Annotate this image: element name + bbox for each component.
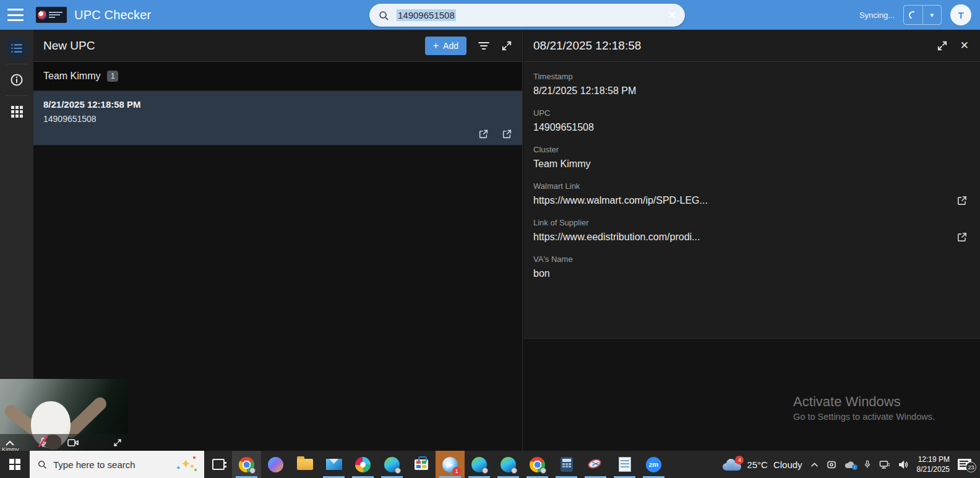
plus-icon: +: [433, 41, 439, 51]
clock-date: 8/21/2025: [917, 464, 950, 474]
sync-dropdown-button[interactable]: ▾: [922, 6, 942, 24]
info-icon: [10, 73, 24, 87]
group-header-team-kimmy[interactable]: Team Kimmy 1: [33, 62, 522, 91]
system-tray: 4 25°C Cloudy i 12:19 PM 8/21/202: [723, 451, 980, 478]
windows-taskbar: Type here to search ✦✦✦ 1 ✂ zm 4 25°C Cl…: [0, 451, 980, 478]
tray-microphone-icon[interactable]: [864, 459, 871, 469]
item-timestamp: 8/21/2025 12:18:58 PM: [43, 99, 512, 110]
taskbar-search-placeholder: Type here to search: [53, 459, 135, 470]
webcam-chevron-up-icon[interactable]: [5, 439, 15, 446]
video-camera-icon[interactable]: [67, 438, 79, 447]
field-cluster: Cluster Team Kimmy: [533, 145, 970, 170]
taskbar-mail[interactable]: [319, 451, 348, 478]
calculator-icon: [561, 457, 573, 472]
field-timestamp: Timestamp 8/21/2025 12:18:58 PM: [533, 72, 970, 97]
app-top-bar: UPC Checker 14909651508 ✕ Syncing... ▾ T: [0, 0, 980, 30]
taskbar-edge-3[interactable]: [494, 451, 523, 478]
item-upc: 14909651508: [43, 114, 512, 124]
item-open-link-icon-2[interactable]: [502, 129, 512, 139]
group-count-badge: 1: [107, 71, 118, 82]
weather-condition: Cloudy: [773, 459, 802, 470]
detail-fields: Timestamp 8/21/2025 12:18:58 PM UPC 1490…: [523, 62, 980, 339]
taskbar-zoom[interactable]: zm: [639, 451, 668, 478]
taskbar-copilot[interactable]: [261, 451, 290, 478]
taskbar-search[interactable]: Type here to search ✦✦✦: [30, 451, 204, 478]
global-search-input[interactable]: 14909651508 ✕: [369, 4, 685, 27]
rail-divider: [6, 95, 27, 96]
user-avatar[interactable]: T: [950, 4, 971, 25]
sidebar-item-apps[interactable]: [0, 98, 33, 125]
slack-icon: [355, 457, 371, 472]
taskbar-clock[interactable]: 12:19 PM 8/21/2025: [917, 454, 950, 474]
sync-split-button[interactable]: ▾: [903, 5, 942, 25]
app-notification-badge: 1: [452, 467, 461, 476]
tray-capture-icon[interactable]: [827, 460, 836, 469]
field-walmart-link: Walmart Link https://www.walmart.com/ip/…: [533, 181, 970, 206]
webcam-preview-window[interactable]: Kimmy: [0, 379, 128, 451]
record-detail-panel: 08/21/2025 12:18:58 ✕ Timestamp 8/21/202…: [523, 30, 980, 451]
notification-count-badge: 23: [966, 462, 976, 472]
snipping-tool-icon: ✂: [588, 457, 604, 472]
taskbar-slack[interactable]: [348, 451, 377, 478]
taskbar-edge-1[interactable]: [377, 451, 406, 478]
weather-cloud-icon: 4: [723, 459, 741, 471]
mic-muted-icon[interactable]: [38, 437, 48, 448]
task-view-button[interactable]: [204, 451, 232, 478]
copilot-sparkle-icon: ✦✦✦: [176, 455, 197, 474]
taskbar-edge-2[interactable]: [465, 451, 494, 478]
detail-panel-header: 08/21/2025 12:18:58 ✕: [523, 30, 980, 62]
sync-spinner-icon[interactable]: [904, 6, 922, 24]
filter-icon[interactable]: [478, 40, 490, 51]
tray-chevron-up-icon[interactable]: [810, 461, 819, 467]
close-icon[interactable]: ✕: [960, 39, 969, 52]
tray-network-icon[interactable]: [879, 460, 890, 469]
action-center-button[interactable]: 23: [958, 459, 971, 470]
supplier-external-link-icon[interactable]: [956, 232, 968, 243]
taskbar-weather[interactable]: 4 25°C Cloudy: [723, 459, 802, 471]
field-supplier-link: Link of Supplier https://www.eedistribut…: [533, 218, 970, 243]
zoom-icon: zm: [646, 457, 661, 472]
file-explorer-icon: [297, 459, 313, 470]
windows-logo-icon: [9, 459, 20, 470]
field-va-name: VA's Name bon: [533, 254, 970, 279]
grid-apps-icon: [11, 106, 23, 118]
start-button[interactable]: [0, 451, 30, 478]
activate-windows-watermark: Activate Windows Go to Settings to activ…: [793, 394, 935, 422]
sidebar-item-info[interactable]: [0, 66, 33, 93]
list-icon: [11, 43, 23, 54]
notepad-icon: [619, 457, 631, 472]
search-icon: [378, 10, 389, 21]
upc-list-item-selected[interactable]: 8/21/2025 12:18:58 PM 14909651508: [33, 91, 522, 146]
sidebar-item-list-active[interactable]: [0, 35, 33, 62]
tray-speaker-icon[interactable]: [898, 460, 909, 469]
walmart-external-link-icon[interactable]: [956, 195, 968, 206]
taskbar-calculator[interactable]: [552, 451, 581, 478]
weather-temp: 25°C: [747, 459, 768, 470]
taskbar-file-explorer[interactable]: [290, 451, 319, 478]
taskbar-search-icon: [37, 459, 47, 469]
hamburger-menu-icon[interactable]: [7, 9, 24, 21]
task-view-icon: [212, 459, 225, 470]
rail-divider: [6, 64, 27, 64]
taskbar-snipping-tool[interactable]: ✂: [581, 451, 610, 478]
expand-panel-icon[interactable]: [501, 40, 512, 51]
expand-detail-icon[interactable]: [937, 40, 948, 51]
app-logo: [36, 7, 67, 23]
copilot-icon: [268, 457, 283, 472]
webcam-controls-bar: [0, 434, 128, 451]
search-clear-icon[interactable]: ✕: [668, 9, 676, 21]
webcam-expand-icon[interactable]: [113, 438, 122, 447]
add-button-label: Add: [443, 41, 458, 51]
add-button[interactable]: + Add: [425, 37, 466, 55]
weather-badge: 4: [735, 456, 744, 464]
taskbar-ms-store[interactable]: [406, 451, 436, 478]
detail-title: 08/21/2025 12:18:58: [533, 39, 641, 53]
list-panel-header: New UPC + Add: [33, 30, 522, 62]
taskbar-chrome-2[interactable]: [523, 451, 552, 478]
taskbar-notepad[interactable]: [610, 451, 639, 478]
item-open-link-icon-1[interactable]: [478, 129, 489, 139]
taskbar-chrome-active[interactable]: [232, 451, 261, 478]
taskbar-pinned-app-notification[interactable]: 1: [436, 451, 465, 478]
tray-onedrive-icon[interactable]: i: [845, 461, 856, 469]
participant-name-label: Kimmy: [2, 446, 19, 451]
